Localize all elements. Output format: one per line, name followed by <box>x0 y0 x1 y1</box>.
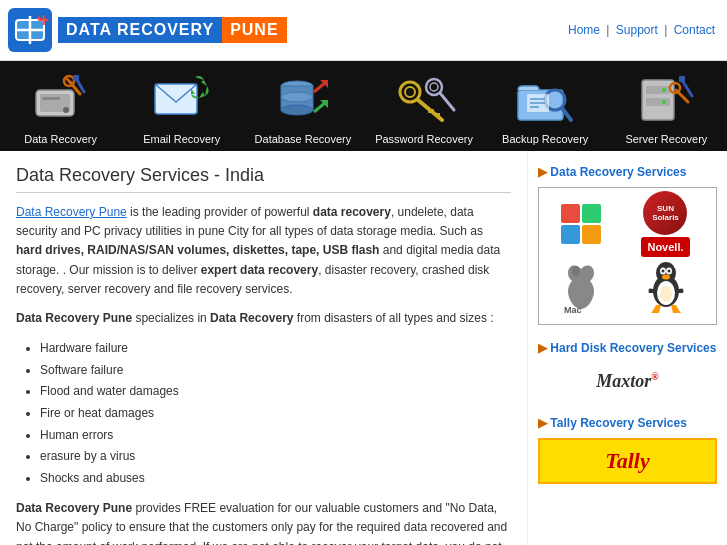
windows-icon <box>561 204 601 244</box>
nav-bar: Data Recovery Email Recovery <box>0 61 727 151</box>
svg-line-44 <box>682 80 692 96</box>
svg-point-56 <box>660 286 672 302</box>
svg-point-55 <box>662 274 670 279</box>
tally-box: Tally <box>538 438 717 484</box>
svg-rect-7 <box>42 97 60 100</box>
tally-text: Tally <box>605 448 649 473</box>
header: + DATA RECOVERY PUNE Home | Support | Co… <box>0 0 727 61</box>
list-item: erasure by a virus <box>40 446 511 468</box>
linux-tux-icon <box>641 261 691 316</box>
nav-email-recovery[interactable]: Email Recovery <box>127 69 237 145</box>
svg-point-40 <box>662 88 666 92</box>
sidebar: Data Recovery Services SUNSolaris Novell… <box>527 151 727 545</box>
support-link[interactable]: Support <box>616 23 658 37</box>
sidebar-title-2[interactable]: Hard Disk Recovery Services <box>538 341 717 355</box>
win-quad-3 <box>561 225 580 244</box>
intro-link[interactable]: Data Recovery Pune <box>16 205 127 219</box>
solaris-icon: SUNSolaris <box>643 191 687 235</box>
spec-bold-2: Data Recovery <box>210 311 293 325</box>
database-recovery-icon <box>268 69 338 129</box>
main-content-area: Data Recovery Services - India Data Reco… <box>0 151 727 545</box>
logo-data-recovery-text: DATA RECOVERY <box>58 17 222 43</box>
sidebar-section-2: Hard Disk Recovery Services Maxtor® <box>538 341 717 400</box>
svg-rect-39 <box>646 98 670 106</box>
svg-rect-45 <box>679 76 685 82</box>
list-item: Flood and water damages <box>40 381 511 403</box>
svg-line-21 <box>314 102 326 112</box>
linux-icon-container <box>630 258 702 318</box>
nav-server-recovery-label: Server Recovery <box>625 133 707 145</box>
mac-icon-svg: Mac <box>556 261 606 316</box>
list-item: Shocks and abuses <box>40 468 511 490</box>
server-recovery-icon <box>631 69 701 129</box>
free-eval-paragraph: Data Recovery Pune provides FREE evaluat… <box>16 499 511 545</box>
spec-text-1: specializes in <box>132 311 210 325</box>
top-nav: Home | Support | Contact <box>568 23 715 37</box>
sep2: | <box>664 23 667 37</box>
svg-point-46 <box>572 266 580 276</box>
logo-area: + DATA RECOVERY PUNE <box>8 8 287 52</box>
svg-text:+: + <box>36 13 42 24</box>
maxtor-container: Maxtor® <box>538 363 717 400</box>
backup-recovery-icon <box>510 69 580 129</box>
nav-server-recovery[interactable]: Server Recovery <box>611 69 721 145</box>
email-recovery-icon <box>147 69 217 129</box>
win-quad-2 <box>582 204 601 223</box>
specializes-paragraph: Data Recovery Pune specializes in Data R… <box>16 309 511 328</box>
svg-point-23 <box>405 87 415 97</box>
list-item: Fire or heat damages <box>40 403 511 425</box>
maxtor-logo-text: Maxtor® <box>596 371 659 391</box>
content-area: Data Recovery Services - India Data Reco… <box>0 151 527 545</box>
svg-point-54 <box>667 269 670 272</box>
svg-rect-26 <box>435 113 440 117</box>
windows-icon-container <box>545 194 617 254</box>
logo-pune-text: PUNE <box>222 17 286 43</box>
svg-text:Mac: Mac <box>564 305 582 315</box>
sidebar-section-1: Data Recovery Services SUNSolaris Novell… <box>538 165 717 325</box>
sep1: | <box>606 23 609 37</box>
svg-point-28 <box>430 83 438 91</box>
intro-paragraph: Data Recovery Pune is the leading provid… <box>16 203 511 299</box>
svg-rect-25 <box>428 109 434 113</box>
maxtor-reg: ® <box>651 371 658 382</box>
sidebar-section-3: Tally Recovery Services Tally <box>538 416 717 484</box>
svg-point-41 <box>662 100 666 104</box>
nav-database-recovery[interactable]: Database Recovery <box>248 69 358 145</box>
nav-data-recovery-label: Data Recovery <box>24 133 97 145</box>
svg-rect-12 <box>73 75 79 81</box>
win-quad-1 <box>561 204 580 223</box>
nav-password-recovery[interactable]: Password Recovery <box>369 69 479 145</box>
spec-bold-1: Data Recovery Pune <box>16 311 132 325</box>
free-eval-bold: Data Recovery Pune <box>16 501 132 515</box>
contact-link[interactable]: Contact <box>674 23 715 37</box>
intro-text-2: is the leading provider of powerful <box>127 205 313 219</box>
sidebar-title-1[interactable]: Data Recovery Services <box>538 165 717 179</box>
svg-point-16 <box>281 105 313 115</box>
intro-bold-3: expert data recovery <box>201 263 318 277</box>
svg-point-17 <box>281 92 313 102</box>
win-quad-4 <box>582 225 601 244</box>
list-item: Hardware failure <box>40 338 511 360</box>
list-item: Human errors <box>40 425 511 447</box>
svg-point-6 <box>63 107 69 113</box>
novell-icon-container: SUNSolaris Novell. <box>630 194 702 254</box>
list-item: Software failure <box>40 360 511 382</box>
intro-bold-1: data recovery <box>313 205 391 219</box>
intro-bold-2: hard drives, RAID/NAS/SAN volumes, diske… <box>16 243 379 257</box>
nav-data-recovery[interactable]: Data Recovery <box>6 69 116 145</box>
maxtor-text: Maxtor <box>596 371 651 391</box>
data-recovery-icon <box>26 69 96 129</box>
logo-icon: + <box>8 8 52 52</box>
sidebar-title-3[interactable]: Tally Recovery Services <box>538 416 717 430</box>
nav-backup-recovery[interactable]: Backup Recovery <box>490 69 600 145</box>
logo-text: DATA RECOVERY PUNE <box>58 17 287 43</box>
spec-text-2: from disasters of all types and sizes : <box>294 311 494 325</box>
svg-rect-38 <box>646 86 670 94</box>
mac-icon-container: Mac <box>545 258 617 318</box>
os-icons-grid: SUNSolaris Novell. Mac <box>538 187 717 325</box>
svg-line-19 <box>314 82 326 92</box>
nav-database-recovery-label: Database Recovery <box>255 133 352 145</box>
nav-email-recovery-label: Email Recovery <box>143 133 220 145</box>
nav-password-recovery-label: Password Recovery <box>375 133 473 145</box>
home-link[interactable]: Home <box>568 23 600 37</box>
